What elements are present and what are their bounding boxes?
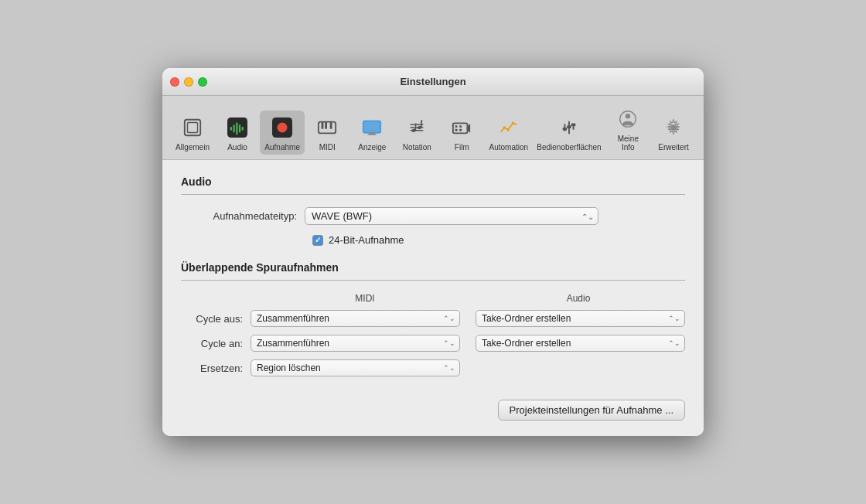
toolbar: Allgemein Audio	[162, 96, 704, 160]
tab-notation-label: Notation	[403, 143, 431, 152]
bedienoberflaechen-icon	[555, 114, 583, 141]
close-button[interactable]	[170, 77, 179, 87]
cycle-aus-label: Cycle aus:	[181, 313, 251, 325]
svg-point-43	[626, 114, 631, 119]
allgemein-icon	[179, 114, 206, 141]
cycle-aus-midi-wrapper: Zusammenführen Neue Spur erstellen	[251, 310, 460, 327]
minimize-button[interactable]	[184, 77, 193, 87]
svg-line-26	[421, 121, 422, 121]
ersetzen-label: Ersetzen:	[181, 363, 251, 374]
svg-point-9	[278, 123, 288, 133]
tab-erweitert[interactable]: Erweitert	[651, 111, 696, 155]
midi-col-header: MIDI	[258, 293, 472, 304]
cycle-aus-audio-wrapper: Take-Ordner erstellen Neue Spur erstelle…	[476, 310, 685, 327]
tab-anzeige[interactable]: Anzeige	[349, 111, 394, 155]
ersetzen-row: Ersetzen: Region löschen Zusammenführen	[181, 359, 685, 376]
meineinfo-icon	[614, 105, 642, 133]
aufnahme-icon	[268, 114, 296, 141]
tab-erweitert-label: Erweitert	[658, 143, 688, 152]
svg-rect-6	[239, 124, 240, 132]
tab-allgemein-label: Allgemein	[176, 143, 210, 152]
cycle-aus-row: Cycle aus: Zusammenführen Neue Spur erst…	[181, 310, 685, 327]
bit-aufnahme-checkbox[interactable]	[312, 235, 323, 246]
tab-bedienoberflaechen-label: Bedienoberflächen	[537, 143, 601, 152]
checkbox-label: 24-Bit-Aufnahme	[329, 234, 404, 246]
spacer	[181, 293, 258, 304]
svg-rect-4	[233, 124, 234, 132]
tab-allgemein[interactable]: Allgemein	[170, 111, 215, 155]
projekteinstellungen-button[interactable]: Projekteinstellungen für Aufnahme ...	[498, 400, 685, 421]
svg-rect-41	[571, 123, 576, 126]
tab-audio-label: Audio	[227, 143, 247, 152]
svg-rect-40	[563, 128, 568, 131]
settings-window: Einstellungen Allgemein	[162, 68, 704, 436]
cycle-aus-midi-select[interactable]: Zusammenführen Neue Spur erstellen	[251, 310, 460, 327]
aufnahmedateityp-select[interactable]: WAVE (BWF) AIFF CAF	[305, 207, 598, 225]
svg-rect-11	[322, 122, 324, 129]
audio-section: Audio Aufnahmedateityp: WAVE (BWF) AIFF …	[181, 175, 685, 246]
titlebar: Einstellungen	[162, 68, 704, 96]
notation-icon	[403, 114, 431, 141]
automation-icon	[495, 114, 523, 141]
ueberlappende-divider	[181, 280, 685, 281]
erweitert-icon	[660, 114, 687, 141]
svg-rect-3	[230, 127, 232, 131]
svg-rect-14	[363, 121, 380, 133]
tab-film[interactable]: Film	[439, 111, 484, 155]
col-headers: MIDI Audio	[181, 293, 685, 304]
svg-rect-5	[236, 123, 237, 135]
aufnahmedateityp-row: Aufnahmedateityp: WAVE (BWF) AIFF CAF	[181, 207, 685, 225]
cycle-an-audio-wrapper: Take-Ordner erstellen Neue Spur erstelle…	[476, 335, 685, 352]
content-area: Audio Aufnahmedateityp: WAVE (BWF) AIFF …	[162, 160, 704, 436]
tab-midi[interactable]: MIDI	[305, 111, 349, 155]
cycle-an-midi-select[interactable]: Zusammenführen Neue Spur erstellen	[251, 335, 460, 352]
svg-rect-1	[188, 123, 198, 133]
svg-point-34	[506, 128, 510, 131]
tab-audio[interactable]: Audio	[215, 111, 260, 155]
cycle-an-row: Cycle an: Zusammenführen Neue Spur erste…	[181, 335, 685, 352]
anzeige-icon	[358, 114, 386, 141]
cycle-an-midi-wrapper: Zusammenführen Neue Spur erstellen	[251, 335, 460, 352]
tab-midi-label: MIDI	[319, 143, 336, 152]
svg-point-33	[503, 126, 506, 129]
cycle-an-audio-select[interactable]: Take-Ordner erstellen Neue Spur erstelle…	[476, 335, 685, 352]
window-title: Einstellungen	[400, 76, 465, 87]
svg-rect-29	[455, 125, 458, 128]
maximize-button[interactable]	[198, 77, 207, 87]
checkbox-row: 24-Bit-Aufnahme	[312, 234, 685, 246]
tab-automation[interactable]: Automation	[484, 111, 533, 155]
tab-automation-label: Automation	[489, 143, 529, 152]
svg-rect-13	[330, 122, 332, 129]
svg-rect-31	[455, 129, 458, 131]
svg-rect-12	[326, 122, 328, 129]
svg-rect-30	[460, 125, 462, 128]
ueberlappende-section: Überlappende Spuraufnahmen MIDI Audio Cy…	[181, 261, 685, 421]
tab-aufnahme[interactable]: Aufnahme	[260, 111, 305, 155]
svg-point-35	[511, 122, 514, 125]
tab-aufnahme-label: Aufnahme	[264, 143, 300, 152]
svg-point-44	[670, 124, 676, 130]
footer-row: Projekteinstellungen für Aufnahme ...	[181, 392, 685, 421]
cycle-an-label: Cycle an:	[181, 338, 251, 349]
audio-icon	[223, 114, 251, 141]
cycle-aus-audio-select[interactable]: Take-Ordner erstellen Neue Spur erstelle…	[476, 310, 685, 327]
svg-rect-32	[460, 129, 462, 131]
ersetzen-midi-select[interactable]: Region löschen Zusammenführen	[251, 359, 460, 376]
tab-meineinfo[interactable]: Meine Info	[605, 102, 651, 155]
titlebar-buttons	[170, 77, 207, 87]
tab-anzeige-label: Anzeige	[358, 143, 386, 152]
svg-rect-17	[368, 134, 377, 135]
tab-notation[interactable]: Notation	[394, 111, 439, 155]
film-icon	[448, 114, 476, 141]
aufnahmedateityp-select-wrapper: WAVE (BWF) AIFF CAF	[305, 207, 598, 225]
tab-bedienoberflaechen[interactable]: Bedienoberflächen	[533, 111, 605, 155]
tab-film-label: Film	[455, 143, 469, 152]
svg-rect-39	[567, 125, 571, 128]
svg-rect-7	[242, 127, 244, 131]
audio-col-header: Audio	[472, 293, 685, 304]
tab-meineinfo-label: Meine Info	[612, 135, 645, 152]
aufnahmedateityp-label: Aufnahmedateityp:	[181, 210, 305, 222]
midi-icon	[313, 114, 341, 141]
aufnahmedateityp-control: WAVE (BWF) AIFF CAF	[305, 207, 598, 225]
svg-rect-27	[453, 123, 468, 133]
